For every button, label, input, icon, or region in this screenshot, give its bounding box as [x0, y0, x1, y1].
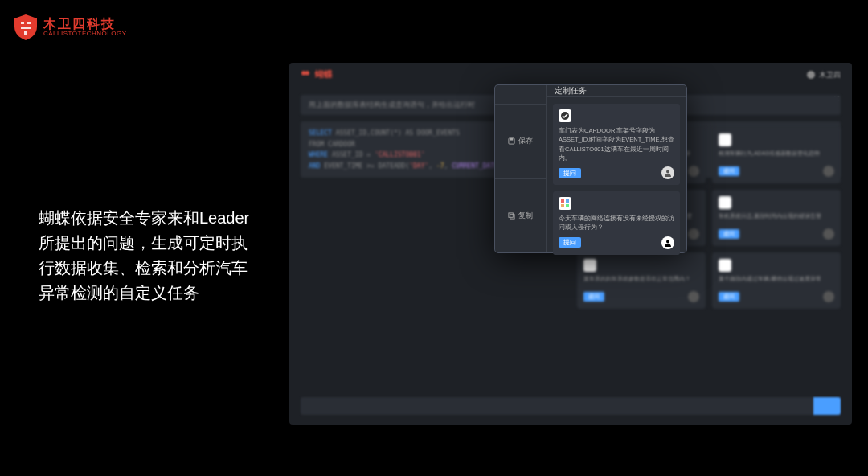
copy-action[interactable]: 复制: [495, 179, 546, 253]
ask-button[interactable]: 提问: [559, 168, 581, 178]
svg-rect-7: [566, 199, 569, 203]
task-icon: [559, 109, 571, 122]
task-card[interactable]: 某个路段内通过车辆,哪些出现过速度异常提问: [712, 252, 841, 309]
save-icon: [508, 137, 515, 145]
svg-rect-9: [566, 204, 569, 207]
save-action[interactable]: 保存: [495, 105, 546, 179]
avatar-icon: [661, 236, 674, 249]
popup-title: 定制任务: [547, 85, 686, 97]
butterfly-icon: [301, 70, 310, 80]
ask-button[interactable]: 提问: [559, 237, 581, 248]
svg-rect-3: [510, 214, 514, 218]
app-header: 蝴蝶 木卫四: [289, 63, 852, 87]
task-card[interactable]: 车机系统日志,某段时间内出现的错误告警提问: [712, 190, 841, 246]
svg-rect-8: [561, 204, 564, 207]
avatar-icon: [688, 166, 699, 177]
popup-task-card[interactable]: 车门表为CARDOOR,车架号字段为ASSET_ID,时间字段为EVENT_TI…: [553, 104, 680, 185]
user-chip[interactable]: 木卫四: [807, 70, 841, 80]
slide-caption: 蝴蝶依据安全专家来和Leader所提出的问题，生成可定时执行数据收集、检索和分析…: [39, 206, 256, 306]
brand-logo: 木卫四科技 CALLISTOTECHNOLOGY: [14, 14, 127, 40]
svg-point-10: [666, 240, 669, 243]
logo-en: CALLISTOTECHNOLOGY: [43, 31, 127, 38]
avatar-icon: [661, 166, 674, 179]
svg-rect-6: [561, 199, 564, 203]
svg-rect-2: [509, 213, 513, 217]
task-icon: [559, 197, 571, 210]
copy-icon: [508, 212, 515, 220]
avatar-icon: [807, 71, 815, 79]
app-brand: 蝴蝶: [301, 68, 333, 80]
task-card[interactable]: 检测车辆行为,ADAS传感器数据变化趋势提问: [712, 127, 841, 183]
shield-icon: [14, 14, 37, 40]
popup-task-card[interactable]: 今天车辆的网络连接有没有未经授权的访问或入侵行为？ 提问: [553, 191, 680, 255]
logo-cn: 木卫四科技: [43, 17, 127, 31]
svg-point-5: [666, 170, 669, 174]
search-bar: [301, 397, 841, 415]
custom-task-popup: 保存 复制 定制任务 车门表为CARDOOR,车架号字段为ASSET_ID,时间…: [495, 85, 686, 252]
search-input[interactable]: [301, 397, 813, 415]
task-card[interactable]: 某车系的刹车系统参数是否在正常范围内？提问: [577, 252, 706, 309]
send-button[interactable]: [813, 397, 841, 415]
svg-rect-1: [510, 138, 514, 141]
